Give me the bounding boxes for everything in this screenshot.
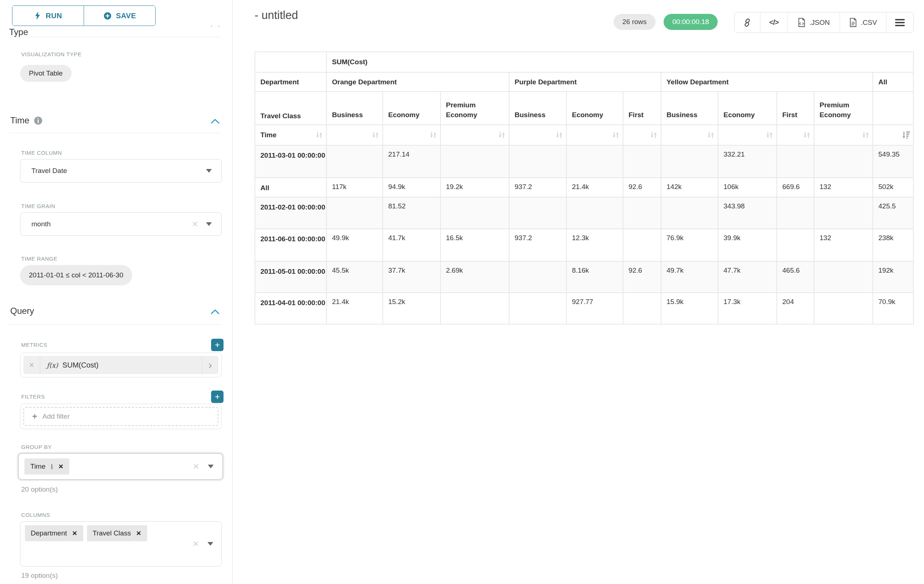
run-button[interactable]: RUN [12,6,84,26]
pivot-class-header: Economy [718,92,777,125]
pivot-class-label: Premium Economy [820,100,859,120]
pivot-value-cell: 549.35 [873,145,913,178]
pivot-value-cell: 70.9k [873,293,913,324]
sort-icon[interactable] [706,130,716,140]
clear-icon[interactable]: × [192,219,198,229]
view-query-button[interactable]: </> [760,12,787,33]
pivot-value-cell: 132 [814,178,873,197]
clear-icon[interactable]: × [193,539,199,549]
chevron-down-icon[interactable] [208,465,214,468]
pivot-value-cell: 238k [873,229,913,262]
pivot-value-cell: 47.7k [718,262,777,293]
sort-icon[interactable] [371,130,380,140]
info-icon [34,116,43,125]
remove-tag-icon[interactable]: ✕ [58,463,63,470]
columns-item-label: Department [31,529,67,537]
time-range-value[interactable]: 2011-01-01 ≤ col < 2011-06-30 [20,265,132,285]
time-range-label: TIME RANGE [21,255,57,262]
export-json-button[interactable]: .JSON [787,12,840,33]
pivot-value-cell: 937.2 [509,178,566,197]
pivot-class-header [873,92,913,125]
sort-icon[interactable] [497,130,507,140]
remove-tag-icon[interactable]: ✕ [72,530,77,537]
pivot-value-cell: 37.7k [383,262,441,293]
clear-icon[interactable]: × [193,461,199,472]
chart-title[interactable]: - untitled [254,9,298,22]
chevron-right-icon[interactable]: › [201,356,218,374]
chevron-down-icon[interactable] [206,222,212,226]
sort-icon[interactable] [611,130,620,140]
table-row: 2011-04-01 00:00:0021.4k15.2k927.7715.9k… [255,293,913,324]
pivot-value-cell: 15.2k [383,293,441,324]
pivot-value-cell [623,145,661,178]
pivot-value-cell [661,197,718,229]
sort-icon[interactable] [428,130,438,140]
columns-select[interactable]: Department ✕ Travel Class ✕ × [20,521,222,566]
sort-desc-active-icon[interactable] [901,130,911,140]
group-by-select[interactable]: Time i ✕ × [18,453,223,480]
sort-icon[interactable] [649,130,658,140]
export-csv-button[interactable]: .CSV [840,12,886,33]
pivot-value-cell: 41.7k [383,229,441,262]
visualization-type-label: VISUALIZATION TYPE [21,51,81,57]
hamburger-menu-icon [895,19,905,26]
pivot-sort-cell [873,125,913,145]
metric-item[interactable]: × ƒ(x) SUM(Cost) › [23,356,218,374]
time-column-select[interactable]: Travel Date [20,159,222,183]
columns-item-department[interactable]: Department ✕ [25,525,83,541]
section-divider [9,37,221,37]
pivot-class-header: First [623,92,661,125]
export-csv-label: .CSV [861,19,877,26]
add-filter-button[interactable]: + [211,391,223,403]
more-options-button[interactable] [886,12,913,33]
pivot-value-cell [814,262,873,293]
pivot-value-cell: 81.52 [383,197,441,229]
pivot-value-cell: 17.3k [718,293,777,324]
pivot-value-cell: 332.21 [718,145,777,178]
remove-metric-icon[interactable]: × [23,356,40,374]
collapse-query-section-icon[interactable] [210,309,220,316]
pivot-sort-cell [661,125,718,145]
lightning-bolt-icon [34,12,41,20]
pivot-value-cell: 217.14 [383,145,441,178]
collapse-time-section-icon[interactable] [210,118,220,125]
sort-icon[interactable] [765,130,774,140]
sort-icon[interactable] [314,130,324,140]
pivot-value-cell: 343.98 [718,197,777,229]
pivot-class-label: Business [667,110,697,120]
pivot-value-cell [327,197,383,229]
sort-icon[interactable] [802,130,812,140]
pivot-value-cell [623,229,661,262]
save-button[interactable]: SAVE [84,6,155,26]
pivot-class-label: Business [515,110,545,120]
pivot-value-cell: 94.9k [383,178,441,197]
sort-icon[interactable] [861,130,870,140]
pivot-value-cell: 16.5k [441,229,509,262]
chevron-down-icon[interactable] [206,169,212,173]
pivot-value-cell: 669.6 [777,178,814,197]
visualization-type-value[interactable]: Pivot Table [20,65,72,82]
pivot-sort-cell [441,125,509,145]
pivot-corner-cell [255,52,327,72]
pivot-value-cell: 92.6 [623,178,661,197]
pivot-value-cell: 937.2 [509,229,566,262]
pivot-dimension-label: Department [255,72,327,92]
sort-icon[interactable] [554,130,564,140]
plus-icon: + [32,411,37,421]
remove-tag-icon[interactable]: ✕ [136,530,141,537]
time-section-title: Time [10,115,29,125]
pivot-sort-cell [623,125,661,145]
pivot-sort-cell [566,125,623,145]
copy-link-button[interactable] [734,12,760,33]
time-grain-select[interactable]: month × [20,212,222,236]
time-column-label: TIME COLUMN [21,150,62,156]
chevron-down-icon[interactable] [208,542,213,546]
add-metric-button[interactable]: + [211,339,223,351]
group-by-label: GROUP BY [21,444,52,450]
info-icon: i [51,463,53,470]
export-json-label: .JSON [809,19,830,26]
group-by-item-time[interactable]: Time i ✕ [25,459,69,474]
columns-item-travel-class[interactable]: Travel Class ✕ [87,525,147,541]
add-filter-dropzone[interactable]: + Add filter [23,407,218,426]
pivot-value-cell: 21.4k [327,293,383,324]
